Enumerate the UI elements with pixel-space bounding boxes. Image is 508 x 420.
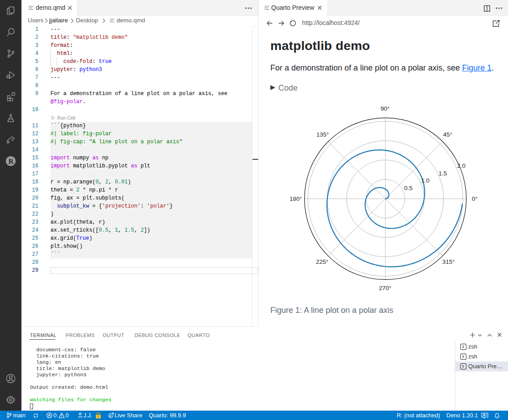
- svg-text:135°: 135°: [316, 131, 329, 138]
- svg-text:315°: 315°: [442, 258, 455, 265]
- svg-text:1.5: 1.5: [439, 170, 447, 177]
- svg-text:2.0: 2.0: [457, 162, 466, 169]
- svg-text:45°: 45°: [443, 131, 452, 138]
- svg-text:90°: 90°: [381, 105, 390, 112]
- svg-text:1.0: 1.0: [421, 177, 430, 184]
- svg-text:0°: 0°: [472, 195, 478, 202]
- svg-text:270°: 270°: [379, 285, 391, 291]
- svg-text:R: R: [8, 158, 14, 165]
- svg-text:225°: 225°: [316, 258, 328, 265]
- svg-text:0.5: 0.5: [404, 185, 413, 191]
- svg-text:180°: 180°: [290, 195, 302, 202]
